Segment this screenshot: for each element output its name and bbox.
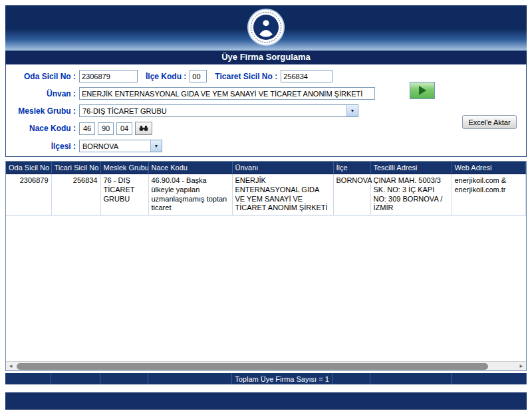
grid-empty-area bbox=[6, 215, 526, 361]
nace-kodu-input-1[interactable] bbox=[79, 122, 95, 135]
col-header-tescilli-adresi[interactable]: Tescilli Adresi bbox=[370, 162, 452, 174]
footer-band bbox=[5, 392, 527, 410]
col-header-ticari-sicil-no[interactable]: Ticari Sicil No bbox=[51, 162, 100, 174]
cell-nace-kodu: 46.90.04 - Başka ülkeyle yapılan uzmanla… bbox=[148, 174, 232, 215]
table-header-row: Oda Sicil No Ticari Sicil No Meslek Grub… bbox=[6, 162, 526, 174]
results-table: Oda Sicil No Ticari Sicil No Meslek Grub… bbox=[6, 162, 526, 215]
chamber-logo bbox=[247, 8, 285, 49]
col-header-unvani[interactable]: Ünvanı bbox=[232, 162, 333, 174]
search-button[interactable] bbox=[410, 82, 435, 99]
nace-kodu-input-3[interactable] bbox=[116, 122, 132, 135]
table-row[interactable]: 2306879 256834 76 - DIŞ TİCARET GRUBU 46… bbox=[6, 174, 526, 215]
chevron-down-icon[interactable]: ▼ bbox=[346, 105, 358, 116]
search-form: Oda Sicil No : İlçe Kodu : Ticaret Sicil… bbox=[5, 64, 527, 157]
excel-export-button[interactable]: Excel'e Aktar bbox=[462, 115, 517, 129]
nace-search-button[interactable] bbox=[135, 122, 152, 135]
col-header-nace-kodu[interactable]: Nace Kodu bbox=[148, 162, 232, 174]
play-icon bbox=[419, 86, 426, 95]
col-header-ilce[interactable]: İlçe bbox=[333, 162, 370, 174]
form-row-2: Ünvan : bbox=[6, 87, 526, 100]
ilcesi-selected: BORNOVA bbox=[80, 142, 150, 150]
chevron-down-icon[interactable]: ▼ bbox=[150, 140, 162, 152]
col-header-oda-sicil-no[interactable]: Oda Sicil No bbox=[6, 162, 51, 174]
cell-meslek-grubu: 76 - DIŞ TİCARET GRUBU bbox=[100, 174, 148, 215]
cell-oda-sicil-no: 2306879 bbox=[6, 174, 51, 215]
unvan-label: Ünvan : bbox=[6, 89, 79, 98]
ticaret-sicil-no-input[interactable] bbox=[281, 70, 332, 82]
scrollbar-track[interactable] bbox=[15, 362, 517, 371]
results-grid: Oda Sicil No Ticari Sicil No Meslek Grub… bbox=[5, 161, 527, 371]
meslek-grubu-selected: 76-DIŞ TİCARET GRUBU bbox=[80, 107, 346, 115]
oda-sicil-no-input[interactable] bbox=[79, 70, 138, 82]
nace-kodu-input-2[interactable] bbox=[98, 122, 114, 135]
scrollbar-thumb[interactable] bbox=[17, 363, 488, 370]
meslek-grubu-select[interactable]: 76-DIŞ TİCARET GRUBU ▼ bbox=[79, 104, 358, 117]
oda-sicil-no-label: Oda Sicil No : bbox=[6, 72, 79, 81]
ilce-kodu-label: İlçe Kodu : bbox=[138, 72, 190, 81]
unvan-input[interactable] bbox=[79, 87, 375, 100]
cell-unvani: ENERJİK ENTERNASYONAL GIDA VE YEM SANAYİ… bbox=[232, 174, 333, 215]
binoculars-icon bbox=[139, 125, 148, 132]
scroll-right-icon[interactable]: ► bbox=[517, 362, 526, 371]
grid-footer: Toplam Üye Firma Sayısı = 1 bbox=[5, 373, 527, 384]
cell-ilce: BORNOVA bbox=[333, 174, 370, 215]
chamber-logo-icon bbox=[247, 8, 285, 47]
col-header-web-adresi[interactable]: Web Adresi bbox=[452, 162, 526, 174]
ilcesi-select[interactable]: BORNOVA ▼ bbox=[79, 140, 162, 152]
meslek-grubu-label: Meslek Grubu : bbox=[6, 106, 79, 116]
ilcesi-label: İlçesi : bbox=[6, 142, 79, 151]
form-row-5: İlçesi : BORNOVA ▼ bbox=[6, 140, 526, 152]
ticaret-sicil-no-label: Ticaret Sicil No : bbox=[207, 72, 281, 81]
scroll-left-icon[interactable]: ◄ bbox=[6, 362, 15, 371]
header-banner bbox=[5, 5, 527, 51]
cell-tescilli-adresi: ÇINAR MAH. 5003/3 SK. NO: 3 İÇ KAPI NO: … bbox=[370, 174, 452, 215]
uye-firma-sorgulama-page: Üye Firma Sorgulama Oda Sicil No : İlçe … bbox=[0, 0, 532, 419]
cell-ticari-sicil-no: 256834 bbox=[51, 174, 100, 215]
footer-row: Toplam Üye Firma Sayısı = 1 bbox=[5, 373, 527, 384]
form-row-4: Nace Kodu : bbox=[6, 122, 526, 135]
page-title: Üye Firma Sorgulama bbox=[5, 51, 527, 64]
nace-kodu-label: Nace Kodu : bbox=[6, 124, 79, 133]
col-header-meslek-grubu[interactable]: Meslek Grubu bbox=[100, 162, 148, 174]
form-row-1: Oda Sicil No : İlçe Kodu : Ticaret Sicil… bbox=[6, 70, 526, 82]
form-row-3: Meslek Grubu : 76-DIŞ TİCARET GRUBU ▼ bbox=[6, 104, 526, 117]
ilce-kodu-input[interactable] bbox=[190, 70, 207, 82]
horizontal-scrollbar[interactable]: ◄ ► bbox=[6, 361, 526, 370]
cell-web-adresi: enerjikoil.com & enerjikoil.com.tr bbox=[452, 174, 526, 215]
total-count-label: Toplam Üye Firma Sayısı = 1 bbox=[231, 373, 332, 384]
